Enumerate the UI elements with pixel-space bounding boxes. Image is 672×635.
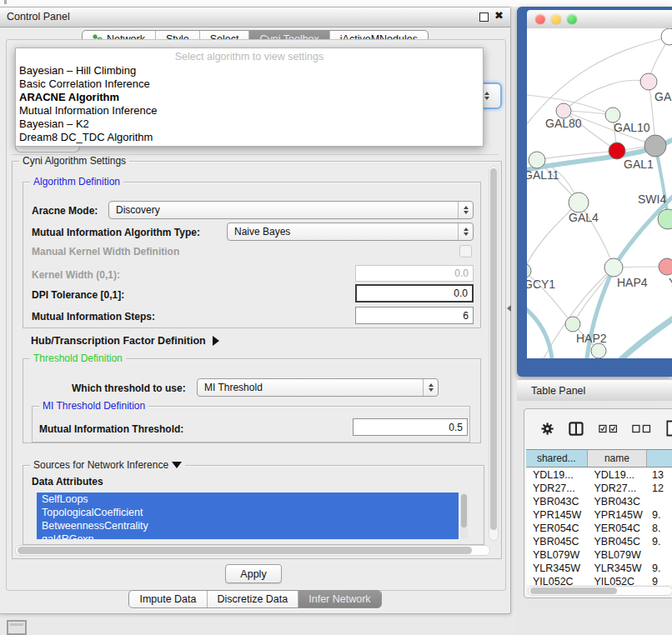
- dropdown-item[interactable]: Bayesian – Hill Climbing: [16, 64, 483, 78]
- mi-threshold-title: MI Threshold Definition: [39, 400, 148, 412]
- table-row[interactable]: YBL079WYBL079W: [526, 549, 672, 562]
- network-node-label: SWI4: [638, 192, 666, 206]
- table-hscrollbar[interactable]: [528, 586, 672, 596]
- zoom-window-icon[interactable]: [567, 14, 577, 24]
- data-attributes-list: SelfLoops TopologicalCoefficient Between…: [37, 492, 459, 539]
- list-vscrollbar[interactable]: [460, 492, 468, 539]
- table-row[interactable]: YBR045CYBR045C9.: [526, 536, 672, 549]
- table-subwindow: shared... name YDL19...YDL19...13 YDR27.…: [524, 408, 672, 598]
- deselect-all-icon[interactable]: [632, 424, 650, 433]
- combo-stepper-icon: [458, 223, 473, 240]
- network-node-selected[interactable]: [609, 142, 625, 159]
- table-row[interactable]: YIL052CYIL052C9: [526, 576, 672, 585]
- mi-type-value: Naive Bayes: [228, 226, 458, 238]
- list-item[interactable]: SelfLoops: [37, 492, 459, 506]
- panel-divider-arrow[interactable]: [507, 305, 511, 312]
- column-header-shared-name[interactable]: shared...: [526, 450, 588, 467]
- settings-vscrollbar[interactable]: [489, 166, 499, 541]
- cyni-algorithm-settings-group: Cyni Algorithm Settings Algorithm Defini…: [12, 161, 502, 559]
- collapsed-panel-icon[interactable]: [7, 620, 27, 635]
- network-canvas[interactable]: GAL GAL80 GAL10 GAL1 GAL11 SWI4 GAL4 GCY…: [527, 28, 672, 358]
- hidden-groupbox-line: [12, 154, 499, 155]
- network-node-label: HAP4: [617, 276, 648, 289]
- network-node[interactable]: [591, 343, 606, 358]
- aracne-mode-combobox[interactable]: Discovery: [108, 201, 474, 219]
- select-all-icon[interactable]: [599, 424, 617, 433]
- apply-button[interactable]: Apply: [225, 564, 282, 583]
- dpi-tolerance-field[interactable]: 0.0: [355, 284, 474, 302]
- aracne-mode-value: Discovery: [109, 204, 458, 216]
- manual-kernel-label: Manual Kernel Width Definition: [32, 246, 179, 258]
- table-row[interactable]: YDR27...YDR27...12: [526, 482, 672, 496]
- dropdown-item[interactable]: Bayesian – K2: [16, 118, 483, 131]
- table-row[interactable]: YBR043CYBR043C: [526, 496, 672, 509]
- dropdown-item[interactable]: Basic Correlation Inference: [16, 78, 483, 91]
- network-node[interactable]: [569, 192, 589, 212]
- dropdown-item[interactable]: Mutual Information Inference: [16, 104, 483, 118]
- network-node-label: GAL1: [624, 158, 654, 171]
- table-panel-body: shared... name YDL19...YDL19...13 YDR27.…: [517, 401, 672, 635]
- tab-infer-network[interactable]: Infer Network: [298, 591, 380, 608]
- network-node[interactable]: [604, 258, 623, 277]
- mi-threshold-field[interactable]: 0.5: [353, 418, 468, 436]
- tab-discretize-data[interactable]: Discretize Data: [207, 591, 298, 608]
- threshold-definition-group: Threshold Definition Which threshold to …: [23, 358, 481, 443]
- algorithm-definition-group: Algorithm Definition Aracne Mode: Discov…: [23, 182, 481, 328]
- mi-steps-label: Mutual Information Steps:: [32, 311, 155, 322]
- network-node[interactable]: [659, 258, 672, 275]
- which-threshold-combobox[interactable]: MI Threshold: [197, 378, 439, 397]
- network-node-label: GAL10: [614, 121, 650, 134]
- dpi-tolerance-label: DPI Tolerance [0,1]:: [32, 289, 124, 301]
- which-threshold-value: MI Threshold: [198, 382, 423, 393]
- sources-group-title[interactable]: Sources for Network Inference: [30, 459, 185, 471]
- mi-type-combobox[interactable]: Naive Bayes: [227, 222, 474, 241]
- list-item[interactable]: TopologicalCoefficient: [37, 506, 459, 519]
- mi-type-label: Mutual Information Algorithm Type:: [32, 227, 200, 238]
- float-panel-icon[interactable]: [479, 12, 489, 22]
- network-node-label: GAL4: [569, 211, 599, 224]
- columns-icon[interactable]: [569, 421, 584, 437]
- table-rows: YDL19...YDL19...13 YDR27...YDR27...12 YB…: [526, 468, 672, 585]
- table-row[interactable]: YER054CYER054C8.: [526, 522, 672, 536]
- column-header-partial[interactable]: [647, 450, 672, 467]
- settings-hscrollbar[interactable]: [15, 545, 490, 556]
- expand-down-icon: [172, 462, 182, 468]
- aracne-mode-label: Aracne Mode:: [32, 205, 98, 217]
- document-icon[interactable]: [666, 419, 672, 438]
- mi-steps-field[interactable]: 6: [355, 307, 474, 324]
- bottom-tabbar: Impute Data Discretize Data Infer Networ…: [0, 590, 510, 608]
- which-threshold-label: Which threshold to use:: [72, 382, 186, 394]
- stepper-down-icon: [484, 97, 489, 100]
- network-node[interactable]: [644, 135, 666, 157]
- table-toolbar: [524, 409, 672, 448]
- threshold-definition-title: Threshold Definition: [30, 352, 126, 364]
- gear-icon[interactable]: [541, 422, 554, 436]
- kernel-width-field: 0.0: [355, 265, 474, 282]
- column-header-name[interactable]: name: [588, 450, 648, 467]
- network-node[interactable]: [565, 317, 580, 332]
- dropdown-item[interactable]: Dream8 DC_TDC Algorithm: [16, 131, 483, 144]
- node-table: shared... name YDL19...YDL19...13 YDR27.…: [526, 449, 672, 585]
- list-item[interactable]: BetweennessCentrality: [37, 519, 459, 532]
- network-node-label: GAL80: [545, 117, 582, 130]
- tab-impute-data[interactable]: Impute Data: [129, 591, 206, 608]
- minimize-window-icon[interactable]: [551, 14, 561, 24]
- list-item[interactable]: gal4RGexp: [37, 532, 459, 539]
- table-row[interactable]: YPR145WYPR145W9.: [526, 509, 672, 522]
- network-node[interactable]: [640, 73, 657, 90]
- table-row[interactable]: YDL19...YDL19...13: [526, 469, 672, 482]
- algorithm-definition-title: Algorithm Definition: [30, 176, 123, 188]
- close-window-icon[interactable]: [535, 14, 545, 24]
- combo-stepper-icon: [458, 202, 473, 218]
- hub-definition-toggle[interactable]: Hub/Transcription Factor Definition: [31, 335, 219, 347]
- dropdown-item-selected[interactable]: ARACNE Algorithm: [16, 91, 483, 104]
- close-panel-icon[interactable]: ✖: [494, 9, 504, 22]
- network-window-titlebar[interactable]: [527, 10, 672, 29]
- manual-kernel-checkbox[interactable]: [459, 245, 472, 258]
- table-row[interactable]: YLR345WYLR345W9.: [526, 562, 672, 576]
- data-attributes-label: Data Attributes: [32, 476, 103, 488]
- network-node[interactable]: [661, 28, 672, 45]
- network-node[interactable]: [529, 152, 545, 168]
- network-view-window: GAL GAL80 GAL10 GAL1 GAL11 SWI4 GAL4 GCY…: [517, 7, 672, 377]
- table-panel-title: Table Panel: [531, 385, 585, 397]
